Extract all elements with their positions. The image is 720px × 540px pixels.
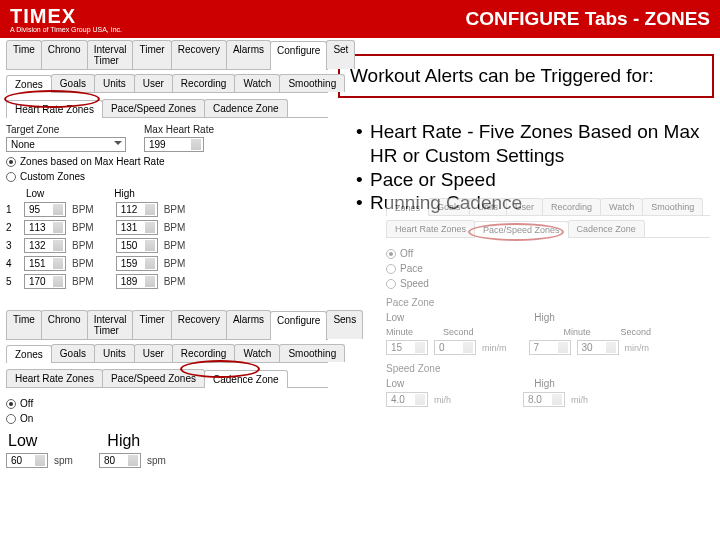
speed-high[interactable]: 8.0 [523,392,565,407]
maxhr-input[interactable]: 199 [144,137,204,152]
bullet-1: Heart Rate - Five Zones Based on Max HR … [370,120,706,168]
zone-low-input[interactable]: 132 [24,238,66,253]
radio-icon [6,414,16,424]
zonebar-hr[interactable]: Heart Rate Zones [386,220,475,237]
tab-sensors-trunc[interactable]: Sens [326,310,363,339]
tab-settings-trunc[interactable]: Set [326,40,355,69]
zone-high-input[interactable]: 131 [116,220,158,235]
sub-tabs-ps: Zones Goals Units User Recording Watch S… [386,198,710,216]
zone-row: 3132BPM150BPM [6,238,328,253]
zonebar-cad[interactable]: Cadence Zone [204,99,288,117]
zone-low-input[interactable]: 170 [24,274,66,289]
tab-chrono[interactable]: Chrono [41,310,88,339]
unit-bpm: BPM [164,276,186,287]
subtab-zones[interactable]: Zones [386,199,429,216]
radio-icon [386,264,396,274]
speed-low[interactable]: 4.0 [386,392,428,407]
subtab-watch[interactable]: Watch [234,74,280,92]
tab-configure[interactable]: Configure [270,41,327,70]
tab-recovery[interactable]: Recovery [171,310,227,339]
tab-interval[interactable]: Interval Timer [87,310,134,339]
radio-icon [386,249,396,259]
tab-configure[interactable]: Configure [270,311,327,340]
target-zone-select[interactable]: None [6,137,126,152]
cad-high-input[interactable]: 80 [99,453,141,468]
col-low: Low [26,188,44,199]
subtab-recording[interactable]: Recording [172,344,236,362]
unit-bpm: BPM [72,240,94,251]
subtab-watch[interactable]: Watch [234,344,280,362]
radio-icon [6,172,16,182]
zonebar-cad[interactable]: Cadence Zone [204,370,288,388]
zone-low-input[interactable]: 151 [24,256,66,271]
sub-tabs: Zones Goals Units User Recording Watch S… [6,74,328,93]
tab-timer[interactable]: Timer [132,40,171,69]
subtab-user[interactable]: User [506,198,543,215]
zonebar-ps[interactable]: Pace/Speed Zones [102,369,205,387]
pace-high-sec[interactable]: 30 [577,340,619,355]
radio-ps-off[interactable]: Off [386,248,710,259]
zone-high-input[interactable]: 189 [116,274,158,289]
zonebar-ps[interactable]: Pace/Speed Zones [474,221,569,238]
subtab-watch[interactable]: Watch [600,198,643,215]
maxhr-label: Max Heart Rate [144,124,214,135]
timex-logo: TIMEX [10,5,122,28]
subtab-recording[interactable]: Recording [542,198,601,215]
pace-zone-label: Pace Zone [386,297,710,308]
subtab-units[interactable]: Units [94,344,135,362]
speed-zone-label: Speed Zone [386,363,710,374]
callout-text: Workout Alerts can be Triggered for: [350,65,654,86]
tab-time[interactable]: Time [6,310,42,339]
tab-alarms[interactable]: Alarms [226,40,271,69]
subtab-goals[interactable]: Goals [51,344,95,362]
zonebar-hr[interactable]: Heart Rate Zones [6,100,103,118]
bullet-icon: • [356,120,370,168]
subtab-smoothing[interactable]: Smoothing [279,344,345,362]
subtab-recording[interactable]: Recording [172,74,236,92]
zone-number: 4 [6,258,18,269]
subtab-units[interactable]: Units [94,74,135,92]
slide-header: TIMEX A Division of Timex Group USA, Inc… [0,0,720,38]
zone-high-input[interactable]: 159 [116,256,158,271]
zonebar-ps[interactable]: Pace/Speed Zones [102,99,205,117]
subtab-user[interactable]: User [134,344,173,362]
zone-row: 5170BPM189BPM [6,274,328,289]
subtab-smoothing[interactable]: Smoothing [279,74,345,92]
subtab-goals[interactable]: Goals [51,74,95,92]
unit-bpm: BPM [164,240,186,251]
tab-chrono[interactable]: Chrono [41,40,88,69]
pace-low-min[interactable]: 15 [386,340,428,355]
unit-bpm: BPM [164,204,186,215]
subtab-units[interactable]: Units [469,198,508,215]
radio-ps-speed[interactable]: Speed [386,278,710,289]
subtab-zones[interactable]: Zones [6,75,52,93]
radio-ps-pace[interactable]: Pace [386,263,710,274]
unit-bpm: BPM [164,222,186,233]
zone-low-input[interactable]: 113 [24,220,66,235]
callout-box: Workout Alerts can be Triggered for: [338,54,714,98]
radio-custom[interactable]: Custom Zones [6,171,328,182]
tab-recovery[interactable]: Recovery [171,40,227,69]
subtab-goals[interactable]: Goals [428,198,470,215]
zone-table: Low High 195BPM112BPM2113BPM131BPM3132BP… [6,188,328,289]
radio-maxhr[interactable]: Zones based on Max Heart Rate [6,156,328,167]
unit-bpm: BPM [72,258,94,269]
radio-cad-off[interactable]: Off [6,398,328,409]
tab-interval[interactable]: Interval Timer [87,40,134,69]
zone-high-input[interactable]: 112 [116,202,158,217]
radio-cad-on[interactable]: On [6,413,328,424]
zonebar-hr[interactable]: Heart Rate Zones [6,369,103,387]
subtab-user[interactable]: User [134,74,173,92]
pace-low-sec[interactable]: 0 [434,340,476,355]
pace-high-min[interactable]: 7 [529,340,571,355]
zone-high-input[interactable]: 150 [116,238,158,253]
subtab-zones[interactable]: Zones [6,345,52,363]
tab-timer[interactable]: Timer [132,310,171,339]
zone-low-input[interactable]: 95 [24,202,66,217]
tab-time[interactable]: Time [6,40,42,69]
radio-icon [6,157,16,167]
tab-alarms[interactable]: Alarms [226,310,271,339]
cad-low-input[interactable]: 60 [6,453,48,468]
zonebar-cad[interactable]: Cadence Zone [568,220,645,237]
subtab-smoothing[interactable]: Smoothing [642,198,703,215]
